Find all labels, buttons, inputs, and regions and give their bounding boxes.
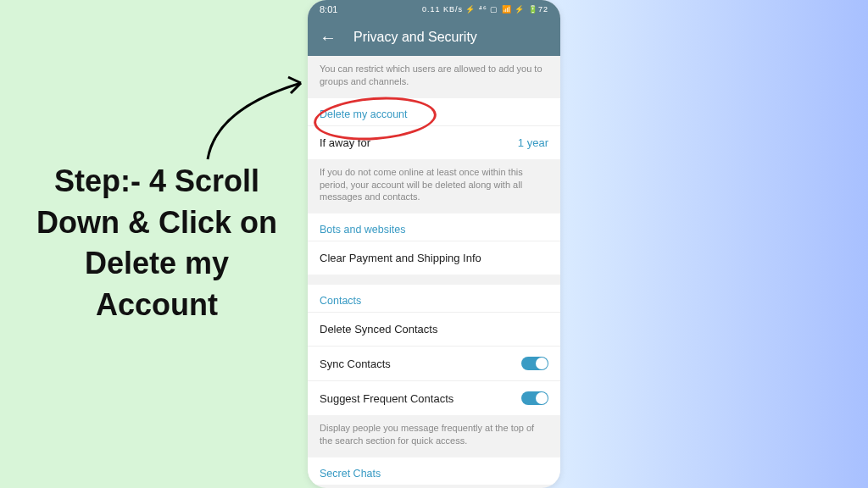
restrict-description: You can restrict which users are allowed… xyxy=(308,56,560,98)
app-header: ← Privacy and Security xyxy=(308,19,560,56)
back-arrow-icon[interactable]: ← xyxy=(320,28,337,47)
sync-contacts-toggle[interactable] xyxy=(521,357,548,370)
suggest-contacts-toggle[interactable] xyxy=(521,391,548,405)
status-time: 8:01 xyxy=(320,4,337,14)
page-title: Privacy and Security xyxy=(353,30,477,45)
sync-contacts-label: Sync Contacts xyxy=(320,358,391,370)
instruction-text: Step:- 4 Scroll Down & Click on Delete m… xyxy=(25,161,288,325)
clear-payment-item[interactable]: Clear Payment and Shipping Info xyxy=(308,241,560,274)
if-away-value: 1 year xyxy=(518,136,548,149)
clear-payment-label: Clear Payment and Shipping Info xyxy=(320,252,481,264)
delete-synced-label: Delete Synced Contacts xyxy=(320,323,437,336)
secret-chats-header: Secret Chats xyxy=(308,458,560,485)
pointer-arrow xyxy=(191,66,326,168)
delete-account-description: If you do not come online at least once … xyxy=(308,159,560,214)
phone-frame: 8:01 0.11 KB/s ⚡ ⁴⁶ ▢ 📶 ⚡ 🔋72 ← Privacy … xyxy=(308,0,560,488)
status-bar: 8:01 0.11 KB/s ⚡ ⁴⁶ ▢ 📶 ⚡ 🔋72 xyxy=(308,0,560,19)
contacts-section: Contacts Delete Synced Contacts Sync Con… xyxy=(308,285,560,415)
status-icons: 0.11 KB/s ⚡ ⁴⁶ ▢ 📶 ⚡ 🔋72 xyxy=(422,5,548,14)
contacts-description: Display people you message frequently at… xyxy=(308,415,560,458)
if-away-for-item[interactable]: If away for 1 year xyxy=(308,125,560,159)
bots-header: Bots and websites xyxy=(308,214,560,241)
bots-spacer xyxy=(308,274,560,285)
if-away-label: If away for xyxy=(320,136,370,149)
bots-section: Bots and websites Clear Payment and Ship… xyxy=(308,214,560,274)
delete-account-section: Delete my account If away for 1 year xyxy=(308,98,560,159)
secret-chats-section: Secret Chats xyxy=(308,458,560,485)
sync-contacts-item[interactable]: Sync Contacts xyxy=(308,346,560,380)
suggest-contacts-label: Suggest Frequent Contacts xyxy=(320,392,453,405)
contacts-header: Contacts xyxy=(308,285,560,312)
delete-synced-item[interactable]: Delete Synced Contacts xyxy=(308,312,560,346)
delete-account-header: Delete my account xyxy=(308,98,560,125)
suggest-contacts-item[interactable]: Suggest Frequent Contacts xyxy=(308,380,560,415)
